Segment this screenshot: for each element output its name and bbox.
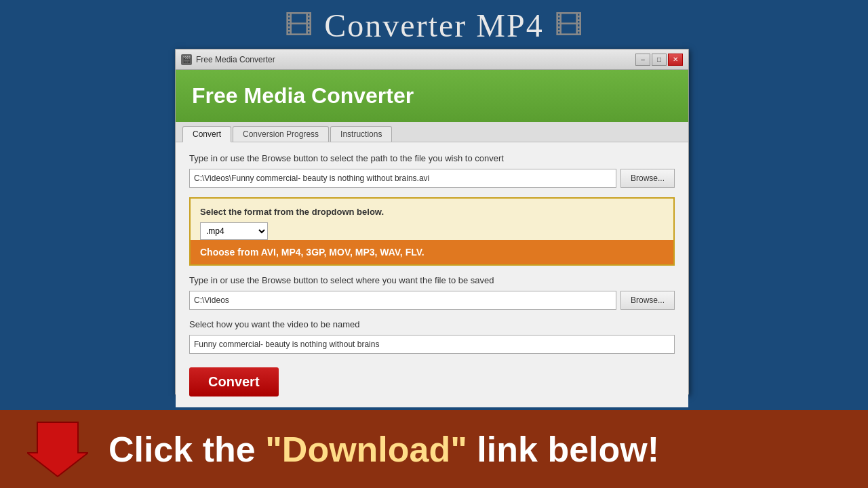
destination-folder-input[interactable] — [189, 291, 616, 310]
background-title: 🎞 Converter MP4 🎞 — [0, 0, 868, 51]
filename-input-row — [189, 335, 675, 354]
filename-instruction: Select how you want the video to be name… — [189, 319, 675, 329]
convert-button[interactable]: Convert — [189, 367, 279, 396]
format-box: Select the format from the dropdown belo… — [189, 197, 675, 266]
destination-instruction: Type in or use the Browse button to sele… — [189, 275, 675, 285]
titlebar-left: 🎬 Free Media Converter — [181, 54, 275, 65]
source-instruction: Type in or use the Browse button to sele… — [189, 153, 675, 163]
tab-convert[interactable]: Convert — [182, 126, 231, 142]
background-title-text: Converter MP4 — [324, 7, 543, 44]
destination-browse-button[interactable]: Browse... — [620, 291, 675, 310]
film-reel-right-icon: 🎞 — [555, 9, 583, 42]
source-file-input[interactable] — [189, 169, 616, 188]
format-label: Select the format from the dropdown belo… — [200, 207, 664, 217]
minimize-button[interactable]: – — [635, 54, 650, 66]
svg-marker-0 — [27, 422, 88, 476]
download-arrow-icon — [27, 419, 88, 480]
film-reel-left-icon: 🎞 — [285, 9, 313, 42]
app-icon: 🎬 — [181, 54, 192, 65]
app-window: 🎬 Free Media Converter – □ ✕ Free Media … — [175, 49, 689, 394]
format-hint: Choose from AVI, MP4, 3GP, MOV, MP3, WAV… — [191, 240, 673, 264]
banner-text: Click the "Download" link below! — [108, 429, 659, 470]
app-header-title: Free Media Converter — [192, 83, 414, 108]
source-browse-button[interactable]: Browse... — [620, 169, 675, 188]
close-button[interactable]: ✕ — [668, 54, 683, 66]
banner-quote: "Download" — [265, 430, 467, 469]
tab-instructions[interactable]: Instructions — [330, 126, 392, 142]
filename-input[interactable] — [189, 335, 675, 354]
titlebar-controls: – □ ✕ — [635, 54, 683, 66]
app-header: Free Media Converter — [176, 70, 688, 122]
destination-input-row: Browse... — [189, 291, 675, 310]
titlebar: 🎬 Free Media Converter – □ ✕ — [176, 49, 688, 70]
tab-bar: Convert Conversion Progress Instructions — [176, 122, 688, 142]
restore-button[interactable]: □ — [652, 54, 667, 66]
titlebar-title: Free Media Converter — [196, 55, 275, 64]
source-input-row: Browse... — [189, 169, 675, 188]
bottom-banner: Click the "Download" link below! — [0, 410, 868, 488]
content-area: Type in or use the Browse button to sele… — [176, 142, 688, 407]
format-select[interactable]: .mp4 .avi .3gp .mov .mp3 .wav .flv — [200, 222, 268, 240]
tab-conversion-progress[interactable]: Conversion Progress — [233, 126, 329, 142]
